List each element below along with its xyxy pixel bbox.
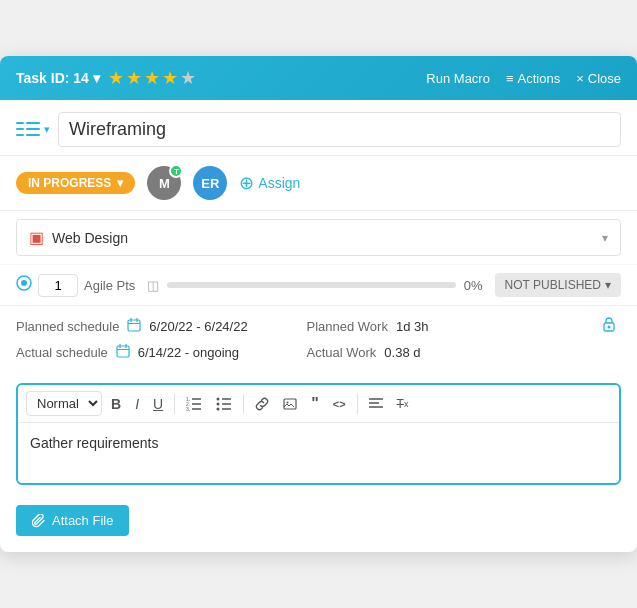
- star-rating[interactable]: ★ ★ ★ ★ ★: [108, 67, 196, 89]
- planned-work-right: Planned Work 1d 3h: [307, 319, 598, 334]
- actions-icon: ≡: [506, 71, 514, 86]
- not-published-label: NOT PUBLISHED: [505, 278, 601, 292]
- svg-point-28: [217, 402, 220, 405]
- align-button[interactable]: [364, 395, 388, 413]
- progress-bar[interactable]: [167, 282, 455, 288]
- toolbar-divider-1: [174, 394, 175, 414]
- actual-work-right: Actual Work 0.38 d: [307, 345, 598, 360]
- unordered-list-button[interactable]: [211, 394, 237, 414]
- svg-rect-0: [16, 122, 24, 124]
- assign-button[interactable]: ⊕ Assign: [239, 174, 300, 192]
- header-left: Task ID: 14 ▾ ★ ★ ★ ★ ★: [16, 67, 196, 89]
- agile-row: Agile Pts ◫ 0% NOT PUBLISHED ▾: [0, 264, 637, 305]
- image-button[interactable]: [278, 394, 302, 414]
- editor-section: Normal B I U 1.2.3. " <>: [16, 383, 621, 485]
- status-chevron: ▾: [117, 176, 123, 190]
- project-chevron: ▾: [602, 231, 608, 245]
- agile-points-input[interactable]: [38, 274, 78, 297]
- planned-schedule-label: Planned schedule: [16, 319, 119, 334]
- svg-point-31: [287, 401, 289, 403]
- title-row: ▾: [0, 100, 637, 156]
- actual-work-value: 0.38 d: [384, 345, 420, 360]
- svg-rect-14: [117, 346, 129, 357]
- editor-content[interactable]: Gather requirements: [18, 423, 619, 483]
- status-row: IN PROGRESS ▾ M T ER ⊕ Assign: [0, 156, 637, 210]
- project-icon: ▣: [29, 228, 44, 247]
- actual-schedule-icon[interactable]: [116, 344, 130, 361]
- star-5[interactable]: ★: [180, 67, 196, 89]
- actual-schedule-left: Actual schedule 6/14/22 - ongoing: [16, 344, 307, 361]
- code-button[interactable]: <>: [328, 395, 351, 413]
- bold-button[interactable]: B: [106, 393, 126, 415]
- actual-work-label: Actual Work: [307, 345, 377, 360]
- link-button[interactable]: [250, 394, 274, 414]
- task-id-chevron: ▾: [93, 70, 100, 86]
- star-2[interactable]: ★: [126, 67, 142, 89]
- avatar-m-badge: T: [169, 164, 183, 178]
- header-right: Run Macro ≡ Actions × Close: [426, 71, 621, 86]
- actual-schedule-value: 6/14/22 - ongoing: [138, 345, 239, 360]
- actions-button[interactable]: ≡ Actions: [506, 71, 560, 86]
- svg-point-7: [21, 280, 27, 286]
- svg-point-27: [217, 397, 220, 400]
- editor-toolbar: Normal B I U 1.2.3. " <>: [18, 385, 619, 423]
- planned-work-label: Planned Work: [307, 319, 388, 334]
- list-chevron: ▾: [44, 123, 50, 136]
- avatar-er[interactable]: ER: [193, 166, 227, 200]
- close-button[interactable]: × Close: [576, 71, 621, 86]
- lock-col: [597, 316, 621, 336]
- task-header: Task ID: 14 ▾ ★ ★ ★ ★ ★ Run Macro ≡ Acti…: [0, 56, 637, 100]
- quote-button[interactable]: ": [306, 392, 324, 416]
- svg-rect-1: [26, 122, 40, 124]
- star-3[interactable]: ★: [144, 67, 160, 89]
- planned-schedule-row: Planned schedule 6/20/22 - 6/24/22 Plann…: [16, 316, 621, 336]
- project-row: ▣ Web Design ▾: [0, 210, 637, 264]
- progress-group: ◫ 0%: [147, 278, 482, 293]
- avatar-m-initials: M: [159, 176, 170, 191]
- svg-rect-2: [16, 128, 24, 130]
- agile-icon: [16, 275, 32, 295]
- avatar-er-initials: ER: [201, 176, 219, 191]
- svg-rect-30: [284, 399, 296, 409]
- project-select[interactable]: ▣ Web Design ▾: [16, 219, 621, 256]
- format-select[interactable]: Normal: [26, 391, 102, 416]
- planned-schedule-value: 6/20/22 - 6/24/22: [149, 319, 247, 334]
- planned-schedule-left: Planned schedule 6/20/22 - 6/24/22: [16, 318, 307, 335]
- not-published-button[interactable]: NOT PUBLISHED ▾: [495, 273, 621, 297]
- project-name: Web Design: [52, 230, 602, 246]
- svg-rect-4: [16, 134, 24, 136]
- ordered-list-button[interactable]: 1.2.3.: [181, 394, 207, 414]
- italic-button[interactable]: I: [130, 393, 144, 415]
- underline-button[interactable]: U: [148, 393, 168, 415]
- list-icon[interactable]: ▾: [16, 120, 50, 140]
- star-1[interactable]: ★: [108, 67, 124, 89]
- svg-rect-3: [26, 128, 40, 130]
- assign-plus-icon: ⊕: [239, 174, 254, 192]
- task-title-input[interactable]: [58, 112, 621, 147]
- progress-icon: ◫: [147, 278, 159, 293]
- clear-format-button[interactable]: Tx: [392, 394, 414, 414]
- planned-work-value: 1d 3h: [396, 319, 429, 334]
- run-macro-button[interactable]: Run Macro: [426, 71, 490, 86]
- toolbar-divider-2: [243, 394, 244, 414]
- assign-label: Assign: [258, 175, 300, 191]
- actual-schedule-row: Actual schedule 6/14/22 - ongoing Actual…: [16, 344, 621, 361]
- progress-pct: 0%: [464, 278, 483, 293]
- agile-pts-group: Agile Pts: [16, 274, 135, 297]
- status-label: IN PROGRESS: [28, 176, 111, 190]
- schedule-section: Planned schedule 6/20/22 - 6/24/22 Plann…: [0, 305, 637, 371]
- planned-schedule-icon[interactable]: [127, 318, 141, 335]
- actions-label: Actions: [518, 71, 561, 86]
- avatar-m[interactable]: M T: [147, 166, 181, 200]
- star-4[interactable]: ★: [162, 67, 178, 89]
- svg-rect-5: [26, 134, 40, 136]
- editor-text: Gather requirements: [30, 435, 158, 451]
- svg-point-13: [608, 326, 611, 329]
- attach-label: Attach File: [52, 513, 113, 528]
- attach-row: Attach File: [0, 497, 637, 552]
- attach-file-button[interactable]: Attach File: [16, 505, 129, 536]
- lock-icon: [602, 316, 616, 336]
- not-published-chevron: ▾: [605, 278, 611, 292]
- status-badge[interactable]: IN PROGRESS ▾: [16, 172, 135, 194]
- task-id[interactable]: Task ID: 14 ▾: [16, 70, 100, 86]
